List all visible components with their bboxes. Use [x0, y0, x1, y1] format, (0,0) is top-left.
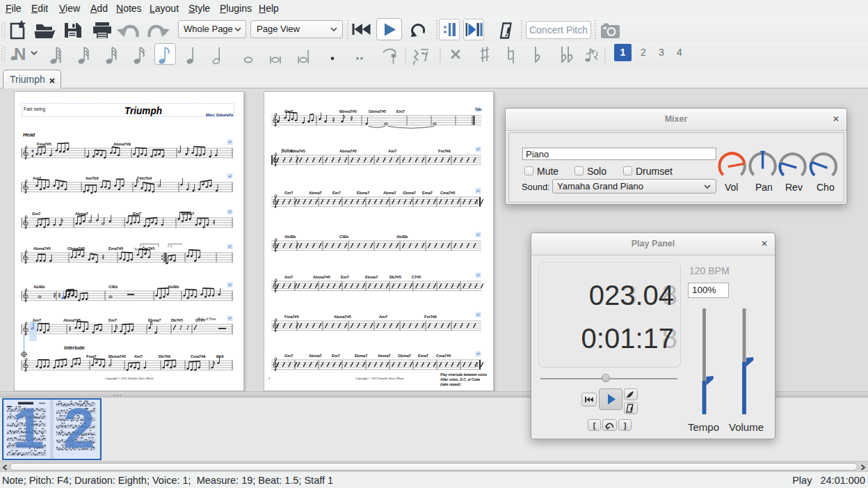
svg-text:Fma7#5: Fma7#5	[37, 142, 51, 146]
svg-text:Am7: Am7	[379, 315, 387, 319]
svg-text:Abma7: Abma7	[75, 212, 88, 216]
svg-text:♭: ♭	[95, 152, 97, 156]
svg-text:Db7#5: Db7#5	[171, 318, 183, 322]
svg-text:After solos, D.C. al Coda: After solos, D.C. al Coda	[440, 378, 480, 381]
svg-text:Play interlude between solos: Play interlude between solos	[440, 373, 487, 377]
svg-text:Ab/Bb: Ab/Bb	[33, 285, 45, 289]
svg-text:Solos:: Solos:	[281, 148, 295, 153]
svg-text:Triumph: Triumph	[124, 105, 162, 116]
svg-text:♭: ♭	[81, 255, 83, 258]
svg-text:Abma7: Abma7	[378, 354, 391, 358]
svg-text:Abma7#5: Abma7#5	[313, 275, 330, 279]
svg-text:Ab/Bb: Ab/Bb	[284, 235, 296, 239]
svg-text:Fm7#9: Fm7#9	[424, 315, 437, 319]
svg-text:♭: ♭	[133, 366, 134, 370]
svg-text:Copyright © 2011 Outside Shore: Copyright © 2011 Outside Shore Music	[105, 377, 154, 380]
svg-text:♭: ♭	[119, 330, 120, 333]
svg-text:Ab/Bb: Ab/Bb	[168, 285, 179, 289]
svg-text:C7#5: C7#5	[412, 275, 421, 279]
svg-text:Ebma7: Ebma7	[357, 191, 369, 195]
svg-text:♭: ♭	[200, 293, 202, 297]
svg-text:Am7: Am7	[134, 354, 143, 359]
svg-text:♭: ♭	[90, 363, 92, 367]
svg-text:♭: ♭	[150, 221, 152, 224]
svg-text:Ebma7: Ebma7	[355, 354, 367, 358]
svg-text:Ebma7: Ebma7	[148, 318, 161, 322]
svg-text:♭: ♭	[154, 294, 156, 297]
svg-text:Head: Head	[23, 132, 35, 137]
svg-text:C/Bb: C/Bb	[108, 285, 118, 289]
svg-text:Gm7: Gm7	[284, 354, 293, 358]
svg-text:Fm7#9: Fm7#9	[438, 149, 451, 153]
svg-text:♭: ♭	[147, 255, 149, 259]
svg-text:Em7: Em7	[108, 318, 117, 322]
svg-text:Em7: Em7	[133, 212, 141, 216]
svg-text:Em7: Em7	[332, 191, 341, 195]
svg-text:Bb6: Bb6	[216, 354, 224, 359]
svg-text:Am7: Am7	[388, 149, 396, 153]
svg-text:Abma7: Abma7	[383, 191, 396, 195]
svg-text:Gm7: Gm7	[284, 191, 293, 195]
svg-text:Ebma7: Ebma7	[365, 275, 378, 279]
svg-text:♭: ♭	[113, 151, 114, 155]
svg-text:Fma7#5: Fma7#5	[284, 315, 299, 319]
svg-text:Bbma7#5: Bbma7#5	[339, 109, 357, 113]
svg-text:Abma7: Abma7	[309, 191, 322, 195]
svg-text:Am7: Am7	[284, 275, 293, 279]
svg-text:Interlude: Interlude	[64, 345, 85, 350]
svg-text:Copyright © 2011 Outside Shore: Copyright © 2011 Outside Shore Music	[355, 377, 404, 380]
svg-text:To Coda: To Coda	[134, 247, 147, 251]
svg-text:Fast swing: Fast swing	[24, 107, 45, 112]
svg-text:Am7: Am7	[33, 318, 41, 322]
svg-text:♭: ♭	[99, 329, 100, 332]
svg-text:Gm7: Gm7	[32, 212, 40, 216]
svg-text:(take repeat): (take repeat)	[440, 383, 460, 386]
svg-text:Gbma7: Gbma7	[398, 354, 411, 358]
svg-text:D.C. al Fine: D.C. al Fine	[198, 317, 216, 321]
svg-text:Em7: Em7	[332, 354, 340, 358]
svg-text:Gbma7: Gbma7	[403, 191, 416, 195]
svg-text:♭: ♭	[82, 220, 83, 223]
svg-text:Gbma7#5: Gbma7#5	[369, 109, 386, 113]
svg-text:Bbma7#5: Bbma7#5	[108, 354, 126, 359]
svg-text:Abma7#9: Abma7#9	[113, 142, 131, 146]
svg-text:Ab/Bb: Ab/Bb	[396, 235, 408, 239]
svg-text:Am7b9: Am7b9	[86, 176, 99, 180]
svg-text:Abma7#5: Abma7#5	[334, 315, 351, 319]
svg-text:N: N	[14, 45, 26, 63]
svg-text:♭: ♭	[186, 255, 187, 258]
svg-text:2: 2	[268, 377, 271, 380]
svg-text:F#m7b9: F#m7b9	[137, 176, 152, 180]
svg-text:4: 4	[31, 148, 34, 153]
svg-text:♭: ♭	[173, 365, 175, 368]
svg-text:Ema7#5: Ema7#5	[108, 246, 123, 251]
svg-text:Ema7: Ema7	[422, 191, 433, 195]
svg-text:C/Bb: C/Bb	[339, 235, 349, 239]
svg-text:Db7#5: Db7#5	[389, 275, 401, 279]
svg-text:Em7: Em7	[341, 275, 349, 279]
svg-text:Marc Sabatella: Marc Sabatella	[206, 113, 233, 117]
svg-text:Cma7#5: Cma7#5	[440, 191, 455, 195]
svg-text:Fma7: Fma7	[86, 354, 97, 359]
svg-text:Db7#9: Db7#9	[159, 354, 170, 359]
svg-text:Em7: Em7	[396, 109, 405, 113]
svg-text:Fine: Fine	[475, 107, 482, 111]
svg-text:Cma7#9: Cma7#9	[191, 354, 205, 359]
svg-text:Abma7: Abma7	[309, 354, 322, 358]
svg-text:♭: ♭	[307, 120, 308, 123]
svg-text:Ema7: Ema7	[418, 354, 428, 358]
svg-text:2.: 2.	[170, 244, 173, 248]
svg-text:♭: ♭	[283, 116, 284, 120]
svg-text:Abma7#5: Abma7#5	[339, 149, 357, 153]
svg-text:Abma7#5: Abma7#5	[33, 246, 51, 251]
svg-text:Cma7#5: Cma7#5	[436, 354, 451, 358]
svg-text:♭: ♭	[186, 297, 188, 300]
